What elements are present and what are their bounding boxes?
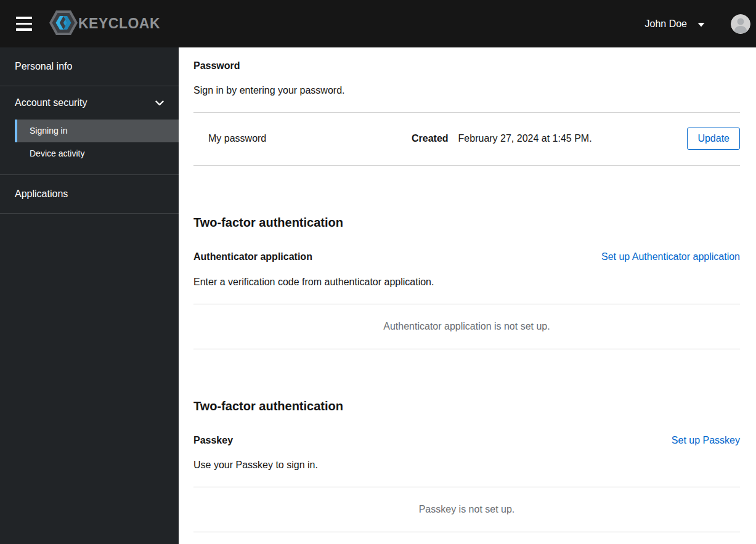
sidebar-item-account-security[interactable]: Account security xyxy=(0,86,179,120)
divider xyxy=(193,165,740,166)
passkey-title: Passkey xyxy=(193,434,233,446)
created-label: Created xyxy=(412,133,449,144)
sidebar-item-label: Signing in xyxy=(30,126,68,136)
authenticator-title: Authenticator application xyxy=(193,251,312,262)
user-menu-dropdown[interactable]: John Doe xyxy=(645,18,705,30)
passkey-sub-head: Passkey Set up Passkey xyxy=(193,434,740,446)
created-value: February 27, 2024 at 1:45 PM. xyxy=(458,133,688,144)
divider xyxy=(193,532,740,532)
main-content: Password Sign in by entering your passwo… xyxy=(179,47,756,544)
nav-toggle-button[interactable] xyxy=(14,14,35,33)
avatar[interactable] xyxy=(731,14,750,34)
caret-down-icon xyxy=(697,18,705,30)
brand-text: KEYCLOAK xyxy=(78,15,160,32)
password-title: Password xyxy=(193,60,740,71)
sidebar-item-label: Personal info xyxy=(15,61,72,72)
account-security-subnav: Signing in Device activity xyxy=(0,120,179,174)
password-description: Sign in by entering your password. xyxy=(193,84,740,96)
setup-passkey-link[interactable]: Set up Passkey xyxy=(672,435,740,446)
hamburger-icon xyxy=(16,17,32,31)
sidebar-item-label: Device activity xyxy=(30,148,84,158)
password-section: Password Sign in by entering your passwo… xyxy=(193,60,740,166)
update-password-button[interactable]: Update xyxy=(687,128,740,150)
two-factor-heading: Two-factor authentication xyxy=(193,216,740,230)
avatar-icon xyxy=(731,14,750,34)
authenticator-section: Two-factor authentication Authenticator … xyxy=(193,216,740,349)
divider xyxy=(193,349,740,349)
passkey-section: Two-factor authentication Passkey Set up… xyxy=(193,399,740,532)
keycloak-logo[interactable]: KEYCLOAK xyxy=(49,10,160,38)
setup-authenticator-link[interactable]: Set up Authenticator application xyxy=(601,251,740,262)
sidebar-divider xyxy=(0,213,179,214)
sidebar-item-device-activity[interactable]: Device activity xyxy=(15,142,179,165)
sidebar-item-personal-info[interactable]: Personal info xyxy=(0,47,179,86)
authenticator-description: Enter a verification code from authentic… xyxy=(193,276,740,288)
password-row: My password Created February 27, 2024 at… xyxy=(193,113,740,165)
masthead: KEYCLOAK John Doe xyxy=(0,0,756,47)
user-name: John Doe xyxy=(645,18,688,30)
authenticator-sub-head: Authenticator application Set up Authent… xyxy=(193,251,740,262)
credential-name: My password xyxy=(208,133,412,144)
sidebar-item-applications[interactable]: Applications xyxy=(0,175,179,213)
page-layout: Personal info Account security Signing i… xyxy=(0,47,756,544)
chevron-down-icon xyxy=(155,97,164,108)
sidebar-item-signing-in[interactable]: Signing in xyxy=(15,120,179,142)
authenticator-empty-state: Authenticator application is not set up. xyxy=(193,304,740,349)
keycloak-hexagon-icon xyxy=(49,10,78,38)
passkey-description: Use your Passkey to sign in. xyxy=(193,459,740,471)
sidebar-item-label: Applications xyxy=(15,189,68,200)
passkey-empty-state: Passkey is not set up. xyxy=(193,487,740,532)
sidebar-item-label: Account security xyxy=(15,97,87,108)
two-factor-heading: Two-factor authentication xyxy=(193,399,740,413)
sidebar-nav: Personal info Account security Signing i… xyxy=(0,47,179,544)
